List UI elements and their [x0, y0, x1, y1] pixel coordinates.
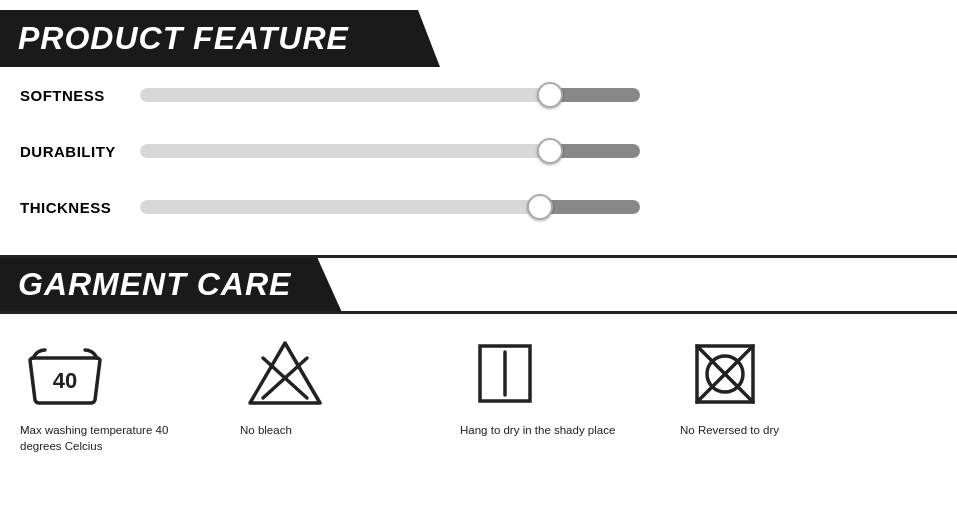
thickness-row: THICKNESS — [0, 179, 957, 235]
product-feature-header: PRODUCT FEATURE — [0, 10, 440, 67]
thickness-label: THICKNESS — [20, 199, 140, 216]
care-item-hang-dry: Hang to dry in the shady place — [460, 334, 680, 438]
care-item-wash: 40 Max washing temperature 40 degrees Ce… — [20, 334, 240, 454]
wash-icon-wrap: 40 — [20, 334, 110, 414]
care-icons-row: 40 Max washing temperature 40 degrees Ce… — [0, 314, 957, 464]
durability-row: DURABILITY — [0, 123, 957, 179]
durability-label: DURABILITY — [20, 143, 140, 160]
bleach-label: No bleach — [240, 422, 292, 438]
bleach-icon-wrap — [240, 334, 330, 414]
no-bleach-icon — [245, 338, 325, 410]
hang-dry-shade-icon — [465, 338, 545, 410]
garment-care-section: GARMENT CARE 40 Max washing temperature … — [0, 255, 957, 464]
durability-slider[interactable] — [140, 137, 640, 165]
care-item-no-tumble: No Reversed to dry — [680, 334, 900, 438]
softness-row: SOFTNESS — [0, 67, 957, 123]
product-feature-title: PRODUCT FEATURE — [18, 20, 349, 57]
svg-marker-1 — [250, 343, 320, 403]
garment-care-header-wrap: GARMENT CARE — [0, 255, 957, 314]
durability-thumb — [537, 138, 563, 164]
thickness-thumb — [527, 194, 553, 220]
softness-slider[interactable] — [140, 81, 640, 109]
no-tumble-label: No Reversed to dry — [680, 422, 779, 438]
softness-label: SOFTNESS — [20, 87, 140, 104]
no-tumble-icon-wrap — [680, 334, 770, 414]
hang-dry-label: Hang to dry in the shady place — [460, 422, 615, 438]
hang-dry-icon-wrap — [460, 334, 550, 414]
durability-track — [140, 144, 640, 158]
softness-thumb — [537, 82, 563, 108]
thickness-track — [140, 200, 640, 214]
garment-care-header: GARMENT CARE — [0, 258, 341, 311]
wash-40-icon: 40 — [25, 338, 105, 410]
softness-track — [140, 88, 640, 102]
svg-text:40: 40 — [53, 368, 77, 393]
no-tumble-dry-icon — [685, 338, 765, 410]
garment-care-title: GARMENT CARE — [18, 266, 291, 303]
care-item-bleach: No bleach — [240, 334, 460, 438]
thickness-slider[interactable] — [140, 193, 640, 221]
product-feature-section: PRODUCT FEATURE SOFTNESS DURABILITY THIC… — [0, 0, 957, 245]
wash-label: Max washing temperature 40 degrees Celci… — [20, 422, 200, 454]
